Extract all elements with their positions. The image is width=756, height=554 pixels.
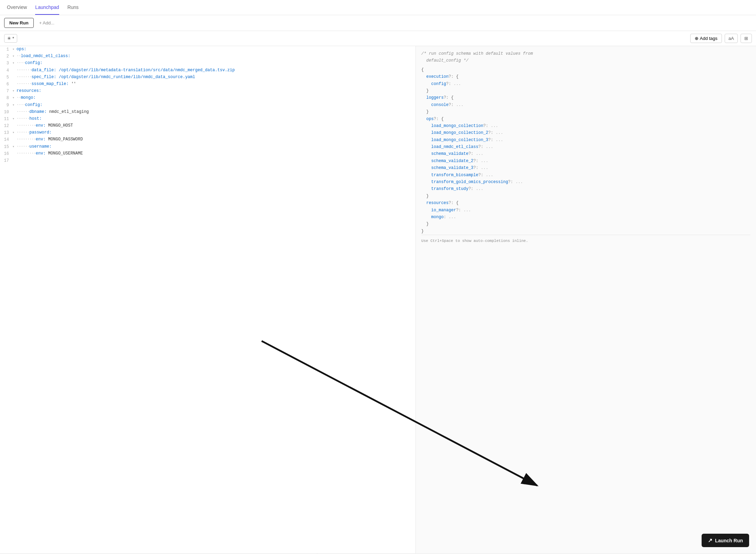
layout-button[interactable]: ⊞ (741, 34, 752, 43)
table-row: 14 ·········env: MONGO_PASSWORD (0, 136, 416, 143)
table-row: 7 ▾ resources: (0, 88, 416, 95)
table-row: 3 ▾ ····config: (0, 60, 416, 67)
font-size-button[interactable]: aA (725, 34, 738, 43)
asterisk-icon: ✳ (7, 36, 11, 41)
tab-bar: New Run + Add... (0, 15, 756, 31)
toolbar-right: ⊕ Add tags aA ⊞ (690, 34, 752, 43)
schema-content: { execution?: { config?: ... } loggers?:… (421, 66, 750, 235)
add-tags-button[interactable]: ⊕ Add tags (690, 34, 722, 43)
toolbar-left: ✳ * (4, 34, 17, 43)
launch-run-button[interactable]: ↗ Launch Run (702, 534, 749, 547)
main-content: 1 ▾ ops: 2 ▾ ··load_nmdc_etl_class: 3 ▾ … (0, 46, 756, 553)
top-nav: Overview Launchpad Runs (0, 0, 756, 15)
search-value: * (12, 36, 14, 41)
table-row: 13 ▾ ······password: (0, 129, 416, 136)
table-row: 8 ▾ ··mongo: (0, 95, 416, 102)
editor-pane[interactable]: 1 ▾ ops: 2 ▾ ··load_nmdc_etl_class: 3 ▾ … (0, 46, 416, 553)
nav-runs[interactable]: Runs (67, 0, 79, 15)
table-row: 9 ▾ ····config: (0, 102, 416, 109)
schema-pane[interactable]: /* run config schema with default values… (416, 46, 756, 553)
table-row: 2 ▾ ··load_nmdc_etl_class: (0, 53, 416, 60)
table-row: 15 ▾ ······username: (0, 143, 416, 150)
table-row: 1 ▾ ops: (0, 46, 416, 53)
tab-new-run[interactable]: New Run (4, 18, 34, 28)
nav-overview[interactable]: Overview (7, 0, 27, 15)
table-row: 4 ·······data_file: /opt/dagster/lib/met… (0, 67, 416, 74)
tab-add[interactable]: + Add... (35, 18, 59, 28)
launch-label: Launch Run (715, 538, 743, 543)
schema-comment: /* run config schema with default values… (421, 50, 750, 64)
launch-wrap: ↗ Launch Run (702, 534, 749, 547)
table-row: 16 ·········env: MONGO_USERNAME (0, 150, 416, 157)
toolbar: ✳ * ⊕ Add tags aA ⊞ (0, 31, 756, 46)
table-row: 10 ······dbname: nmdc_etl_staging (0, 109, 416, 116)
table-row: 17 (0, 157, 416, 164)
add-tags-label: Add tags (700, 36, 717, 41)
table-row: 12 ·········env: MONGO_HOST (0, 122, 416, 129)
table-row: 5 ·······spec_file: /opt/dagster/lib/nmd… (0, 74, 416, 81)
plus-icon: ⊕ (695, 36, 699, 41)
nav-launchpad[interactable]: Launchpad (35, 0, 59, 15)
launch-icon: ↗ (708, 537, 712, 544)
table-row: 11 ▾ ······host: (0, 116, 416, 122)
table-row: 6 ·······sssom_map_file: '' (0, 81, 416, 88)
schema-footer: Use Ctrl+Space to show auto-completions … (421, 235, 750, 246)
search-box[interactable]: ✳ * (4, 34, 17, 43)
